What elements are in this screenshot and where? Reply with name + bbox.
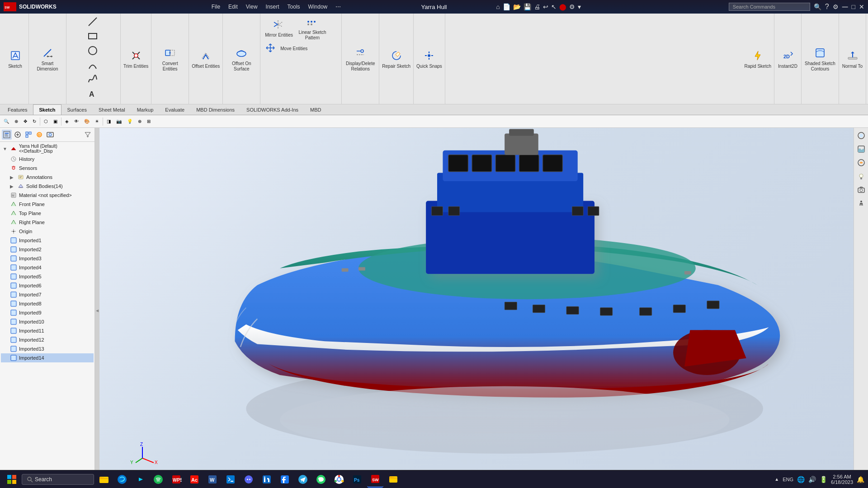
move-tool[interactable]: Move Entities <box>264 42 338 56</box>
dim-xpert-tab[interactable]: D <box>34 130 44 140</box>
files-app[interactable] <box>385 471 401 488</box>
tree-imported13[interactable]: Imported13 <box>1 344 94 353</box>
tab-mbd-dimensions[interactable]: MBD Dimensions <box>190 104 241 115</box>
tree-imported2[interactable]: Imported2 <box>1 245 94 254</box>
zoom-to-fit-btn[interactable]: 🔍 <box>2 118 11 124</box>
clock[interactable]: 2:56 AM 6/18/2023 <box>831 474 853 485</box>
discord-app[interactable] <box>241 471 257 488</box>
triad-btn[interactable]: ⊕ <box>136 118 143 124</box>
tree-imported9[interactable]: Imported9 <box>1 308 94 317</box>
right-panel-icon-2[interactable] <box>855 143 867 155</box>
menu-edit[interactable]: Edit <box>225 3 241 11</box>
display-delete-tool[interactable]: Display/Delete Relations <box>342 14 379 104</box>
options-icon[interactable]: ⚙ <box>569 3 575 10</box>
spline-tool[interactable] <box>70 73 117 88</box>
spotify-app[interactable] <box>150 471 166 488</box>
normal-to-tool[interactable]: Normal To <box>839 14 866 104</box>
zoom-in-btn[interactable]: ⊕ <box>13 118 20 124</box>
tab-markup[interactable]: Markup <box>131 104 160 115</box>
tree-origin[interactable]: Origin <box>1 227 94 236</box>
chrome-app[interactable] <box>331 471 347 488</box>
config-manager-tab[interactable] <box>24 130 33 140</box>
right-panel-icon-3[interactable] <box>855 157 867 169</box>
acrobat-app[interactable]: Ac <box>186 471 203 488</box>
open-icon[interactable]: 📂 <box>513 3 521 10</box>
save-icon[interactable]: 💾 <box>524 3 531 10</box>
property-manager-tab[interactable] <box>13 130 23 140</box>
minimize-button[interactable]: ─ <box>842 2 848 12</box>
mirror-tool[interactable]: Mirror Entities <box>264 18 294 39</box>
show-hidden-icon[interactable]: ▲ <box>774 477 779 482</box>
repair-sketch-tool[interactable]: Repair Sketch <box>379 14 414 104</box>
close-button[interactable]: ✕ <box>859 3 864 10</box>
filter-icon[interactable] <box>83 130 93 140</box>
wps-app[interactable]: WPS <box>168 471 184 488</box>
word-app[interactable]: W <box>204 471 221 488</box>
language-indicator[interactable]: ENG <box>783 477 793 482</box>
offset-on-surface-tool[interactable]: Offset On Surface <box>223 14 260 104</box>
new-icon[interactable]: 📄 <box>503 3 510 10</box>
view-orientation-btn[interactable]: ⬡ <box>42 118 50 124</box>
restore-button[interactable]: □ <box>852 3 855 10</box>
media-player-app[interactable] <box>132 471 148 488</box>
right-panel-icon-6[interactable] <box>855 197 867 209</box>
tree-imported8[interactable]: Imported8 <box>1 299 94 308</box>
tab-sheet-metal[interactable]: Sheet Metal <box>93 104 131 115</box>
volume-icon[interactable]: 🔊 <box>808 476 816 483</box>
undo-icon[interactable]: ↩ <box>543 3 548 10</box>
instant2d-tool[interactable]: 2D Instant2D <box>774 14 802 104</box>
solidworks-app[interactable]: SW <box>367 471 383 488</box>
tree-imported7[interactable]: Imported7 <box>1 290 94 299</box>
text-tool[interactable]: A <box>70 88 117 102</box>
menu-insert[interactable]: Insert <box>262 3 283 11</box>
more-icon[interactable]: ▾ <box>578 3 581 10</box>
linkedin-app[interactable] <box>259 471 275 488</box>
standard-views-btn[interactable]: ▣ <box>52 118 59 124</box>
tree-solid-bodies[interactable]: ▶ Solid Bodies(14) <box>1 182 94 191</box>
scene-btn[interactable]: ☀ <box>93 118 101 124</box>
section-view-btn[interactable]: ◨ <box>105 118 113 124</box>
battery-icon[interactable]: 🔋 <box>820 476 827 483</box>
notification-icon[interactable]: 🔔 <box>857 476 864 483</box>
tree-imported10[interactable]: Imported10 <box>1 317 94 326</box>
smart-dimension-tool[interactable]: ←→ Smart Dimension <box>29 14 66 104</box>
tree-material[interactable]: M Material <not specified> <box>1 191 94 200</box>
convert-entities-tool[interactable]: Convert Entities <box>151 14 189 104</box>
display-manager-tab[interactable] <box>45 130 55 140</box>
photoshop-app[interactable]: Ps <box>349 471 365 488</box>
tree-imported5[interactable]: Imported5 <box>1 272 94 281</box>
tree-right-plane[interactable]: Right Plane <box>1 218 94 227</box>
shaded-contours-tool[interactable]: Shaded Sketch Contours <box>802 14 839 104</box>
tree-imported6[interactable]: Imported6 <box>1 281 94 290</box>
file-explorer-app[interactable] <box>96 471 112 488</box>
taskbar-search[interactable]: Search <box>22 474 94 485</box>
rectangle-tool[interactable] <box>70 30 117 44</box>
3d-viewport[interactable]: X Y Z <box>99 128 854 488</box>
right-panel-icon-1[interactable] <box>855 130 867 141</box>
tree-imported14[interactable]: Imported14 <box>1 353 94 362</box>
offset-entities-tool[interactable]: Offset Entities <box>189 14 223 104</box>
appearance-btn[interactable]: 🎨 <box>82 118 91 124</box>
tree-history[interactable]: History <box>1 155 94 164</box>
sketch-tool[interactable]: Sketch <box>2 14 29 104</box>
whatsapp-app[interactable] <box>313 471 329 488</box>
panel-resize-handle[interactable]: ◀ <box>95 128 99 488</box>
command-search-input[interactable] <box>729 3 810 11</box>
quick-snaps-tool[interactable]: Quick Snaps <box>414 14 445 104</box>
right-panel-icon-4[interactable] <box>855 170 867 182</box>
start-button[interactable] <box>4 471 20 488</box>
trim-entities-tool[interactable]: Trim Entities <box>121 14 151 104</box>
tree-imported4[interactable]: Imported4 <box>1 263 94 272</box>
pan-btn[interactable]: ✥ <box>22 118 29 124</box>
tab-addins[interactable]: SOLIDWORKS Add-Ins <box>241 104 304 115</box>
right-panel-icon-5[interactable] <box>855 184 867 196</box>
tree-imported12[interactable]: Imported12 <box>1 335 94 344</box>
rotate-btn[interactable]: ↻ <box>31 118 38 124</box>
tree-imported11[interactable]: Imported11 <box>1 326 94 335</box>
edge-app[interactable] <box>114 471 130 488</box>
feature-tree-tab[interactable] <box>2 130 12 140</box>
telegram-app[interactable] <box>295 471 311 488</box>
network-icon[interactable]: 🌐 <box>797 476 805 483</box>
search-icon[interactable]: 🔍 <box>814 3 821 10</box>
facebook-app[interactable] <box>277 471 293 488</box>
